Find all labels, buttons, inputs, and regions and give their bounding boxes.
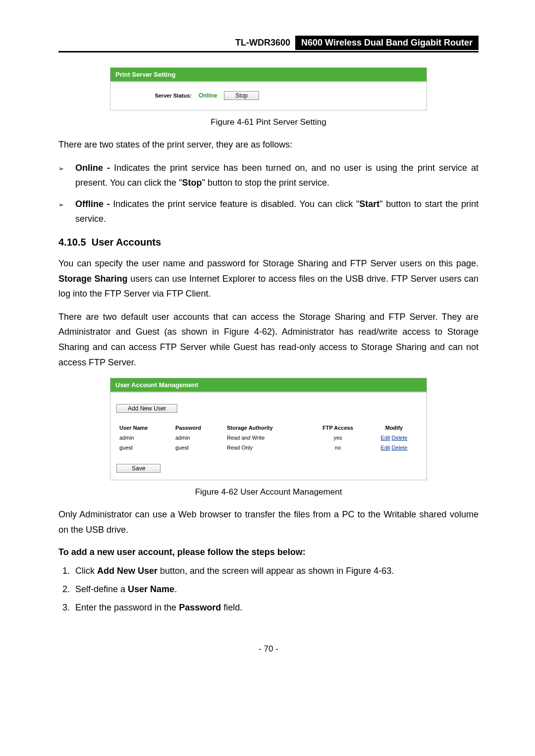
delete-link[interactable]: Delete [392, 435, 408, 441]
bullet-offline-text: Offline - Indicates the print service fe… [75, 197, 479, 227]
states-bullet-list: ➢ Online - Indicates the print service h… [58, 160, 479, 227]
offline-label: Offline - [75, 199, 110, 209]
cell-username: admin [116, 433, 172, 443]
step-item: Enter the password in the Password field… [72, 601, 479, 614]
cell-password: admin [172, 433, 224, 443]
cell-authority: Read Only [224, 443, 308, 453]
user-account-panel: User Account Management Add New User Use… [110, 378, 427, 480]
figure-caption-61: Figure 4-61 Pint Server Setting [58, 117, 479, 127]
col-password: Password [172, 423, 224, 433]
step-item: Click Add New User button, and the scree… [72, 564, 479, 578]
header-model: TL-WDR3600 [235, 36, 295, 50]
doc-header: TL-WDR3600 N600 Wireless Dual Band Gigab… [58, 36, 479, 52]
figure-caption-62: Figure 4-62 User Account Management [58, 487, 479, 497]
online-label: Online - [75, 163, 110, 173]
states-intro-text: There are two states of the print server… [58, 137, 479, 152]
steps-list: Click Add New User button, and the scree… [58, 564, 479, 614]
print-server-panel-title: Print Server Setting [110, 68, 427, 81]
bullet-online: ➢ Online - Indicates the print service h… [58, 160, 479, 191]
section-number: 4.10.5 [58, 237, 86, 248]
edit-link[interactable]: Edit [381, 445, 390, 451]
ua-paragraph-3: Only Administrator can use a Web browser… [58, 507, 479, 537]
save-button[interactable]: Save [116, 464, 160, 473]
cell-password: guest [172, 443, 224, 453]
arrow-icon: ➢ [58, 197, 66, 210]
cell-ftp: yes [308, 433, 368, 443]
step-item: Self-define a User Name. [72, 583, 479, 596]
print-server-panel: Print Server Setting Server Status: Onli… [110, 67, 427, 110]
col-ftp-access: FTP Access [308, 423, 368, 433]
table-header-row: User Name Password Storage Authority FTP… [116, 423, 421, 433]
table-row: guest guest Read Only no Edit Delete [116, 443, 421, 453]
delete-link[interactable]: Delete [392, 445, 408, 451]
table-row: admin admin Read and Write yes Edit Dele… [116, 433, 421, 443]
stop-button[interactable]: Stop [224, 91, 259, 100]
bullet-offline: ➢ Offline - Indicates the print service … [58, 197, 479, 227]
cell-authority: Read and Write [224, 433, 308, 443]
col-modify: Modify [368, 423, 421, 433]
cell-modify: Edit Delete [368, 433, 421, 443]
cell-modify: Edit Delete [368, 443, 421, 453]
ua-paragraph-1: You can specify the user name and passwo… [58, 256, 479, 302]
section-title: User Accounts [92, 237, 161, 248]
cell-username: guest [116, 443, 172, 453]
add-new-user-button[interactable]: Add New User [116, 404, 177, 413]
section-heading: 4.10.5 User Accounts [58, 237, 479, 248]
server-status-label: Server Status: [117, 93, 192, 99]
col-username: User Name [116, 423, 172, 433]
arrow-icon: ➢ [58, 160, 66, 174]
steps-intro: To add a new user account, please follow… [58, 547, 479, 557]
edit-link[interactable]: Edit [381, 435, 390, 441]
user-accounts-table: User Name Password Storage Authority FTP… [116, 423, 421, 453]
bullet-online-text: Online - Indicates the print service has… [75, 160, 479, 191]
page-number: - 70 - [58, 644, 479, 654]
server-status-value: Online [199, 92, 217, 99]
cell-ftp: no [308, 443, 368, 453]
user-account-panel-title: User Account Management [110, 378, 427, 392]
ua-paragraph-2: There are two default user accounts that… [58, 309, 479, 370]
col-authority: Storage Authority [224, 423, 308, 433]
header-title: N600 Wireless Dual Band Gigabit Router [295, 36, 479, 50]
